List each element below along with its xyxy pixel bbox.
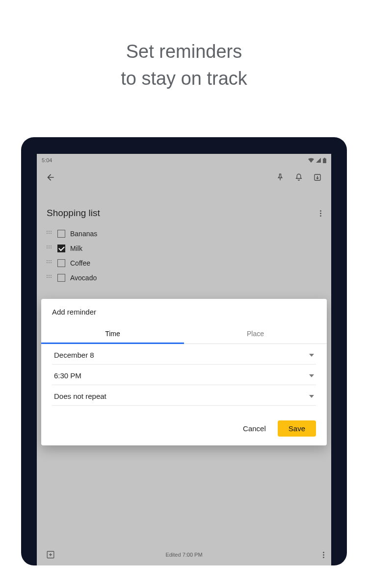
time-select[interactable]: 6:30 PM [52,365,316,385]
tablet-frame: 5:04 [21,137,347,565]
chevron-down-icon [309,374,314,377]
promo-line-2: to stay on track [0,65,368,92]
promo-heading: Set reminders to stay on track [0,0,368,92]
plus-box-icon [46,550,55,559]
reminder-tabs: Time Place [41,324,327,344]
dialog-title: Add reminder [41,299,327,319]
cancel-button[interactable]: Cancel [238,420,271,437]
edited-timestamp: Edited 7:00 PM [165,552,202,558]
tab-place[interactable]: Place [184,324,327,343]
repeat-select[interactable]: Does not repeat [52,385,316,406]
chevron-down-icon [309,354,314,357]
time-value: 6:30 PM [54,371,81,380]
chevron-down-icon [309,395,314,398]
app-screen: 5:04 [37,154,331,565]
repeat-value: Does not repeat [54,392,106,400]
add-button[interactable] [44,548,57,562]
add-reminder-dialog: Add reminder Time Place December 8 6:30 … [41,299,327,445]
dialog-actions: Cancel Save [41,406,327,438]
save-button[interactable]: Save [278,420,316,437]
tab-time[interactable]: Time [41,324,184,344]
bottom-more-button[interactable] [323,552,324,558]
bottom-toolbar: Edited 7:00 PM [37,544,331,565]
promo-line-1: Set reminders [0,38,368,65]
date-select[interactable]: December 8 [52,344,316,365]
date-value: December 8 [54,351,94,359]
